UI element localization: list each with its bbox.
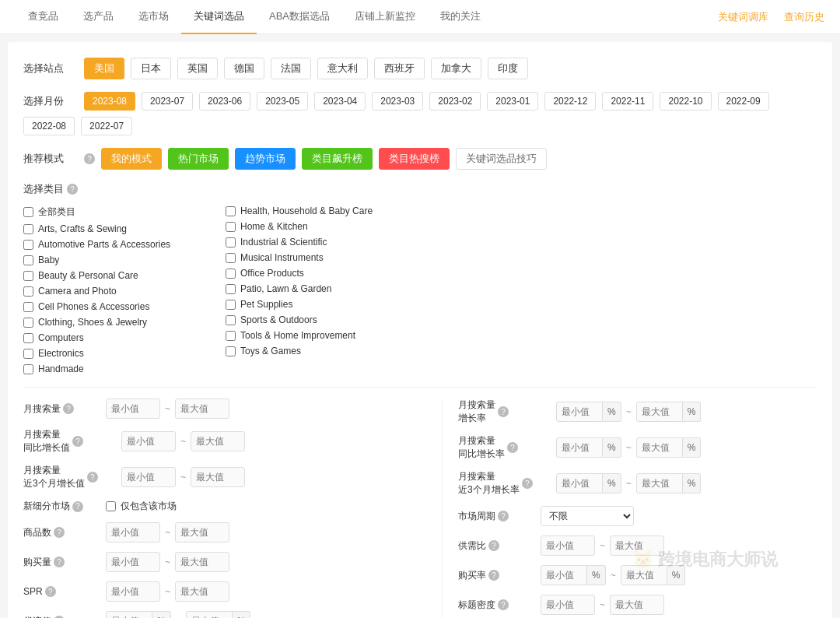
new-segment-checkbox[interactable]: [106, 501, 116, 511]
category-home-checkbox[interactable]: [226, 222, 236, 232]
category-electronics[interactable]: Electronics: [23, 348, 210, 359]
purchase-volume-min[interactable]: [106, 552, 160, 572]
category-health-checkbox[interactable]: [226, 206, 236, 216]
purchase-rate-help[interactable]: ?: [488, 570, 499, 581]
month-btn-202208[interactable]: 2022-08: [23, 117, 75, 135]
supply-demand-min[interactable]: [541, 535, 595, 556]
category-musical[interactable]: Musical Instruments: [226, 252, 412, 263]
3month-growth-min[interactable]: [121, 467, 176, 487]
site-btn-it[interactable]: 意大利: [317, 58, 368, 79]
category-electronics-checkbox[interactable]: [23, 349, 33, 359]
category-industrial[interactable]: Industrial & Scientific: [226, 237, 412, 248]
nav-item-product[interactable]: 选产品: [71, 0, 126, 34]
category-cell-checkbox[interactable]: [23, 302, 33, 312]
site-btn-jp[interactable]: 日本: [131, 58, 171, 79]
category-arts[interactable]: Arts, Crafts & Sewing: [23, 223, 210, 234]
category-baby-checkbox[interactable]: [23, 255, 33, 265]
category-sports-checkbox[interactable]: [226, 315, 236, 325]
category-camera-checkbox[interactable]: [23, 286, 33, 297]
month-btn-202301[interactable]: 2023-01: [487, 92, 538, 111]
product-count-max[interactable]: [175, 522, 229, 543]
month-btn-202209[interactable]: 2022-09: [718, 92, 769, 111]
flow-value-min[interactable]: [106, 611, 152, 618]
category-auto[interactable]: Automotive Parts & Accessories: [23, 239, 210, 250]
nav-item-aba[interactable]: ABA数据选品: [257, 0, 342, 34]
site-btn-es[interactable]: 西班牙: [374, 58, 425, 79]
market-cycle-select[interactable]: 不限 季节性 稳定性 增长型: [541, 506, 634, 526]
monthly-growth-rate-help[interactable]: ?: [498, 406, 509, 417]
category-health[interactable]: Health, Household & Baby Care: [226, 205, 412, 216]
mode-btn-hot-search[interactable]: 类目热搜榜: [379, 148, 450, 170]
month-btn-202305[interactable]: 2023-05: [257, 92, 308, 111]
month-btn-202306[interactable]: 2023-06: [199, 92, 250, 111]
3month-growth-max[interactable]: [191, 467, 245, 487]
site-btn-ca[interactable]: 加拿大: [431, 58, 481, 79]
category-handmade[interactable]: Handmade: [23, 363, 210, 374]
site-btn-in[interactable]: 印度: [488, 58, 528, 79]
month-btn-202304[interactable]: 2023-04: [314, 92, 366, 111]
3month-growth-rate-help[interactable]: ?: [522, 478, 533, 489]
category-home[interactable]: Home & Kitchen: [226, 221, 412, 232]
spr-min[interactable]: [106, 581, 160, 602]
title-density-help[interactable]: ?: [498, 599, 509, 610]
monthly-search-help[interactable]: ?: [63, 403, 74, 414]
category-office-checkbox[interactable]: [226, 269, 236, 279]
nav-item-market[interactable]: 选市场: [126, 0, 181, 34]
title-density-min[interactable]: [541, 595, 595, 615]
category-baby[interactable]: Baby: [23, 255, 210, 265]
month-btn-202302[interactable]: 2023-02: [429, 92, 481, 111]
product-count-min[interactable]: [106, 522, 160, 543]
mode-help-icon[interactable]: ?: [84, 153, 95, 164]
category-all[interactable]: 全部类目: [23, 205, 210, 219]
site-btn-uk[interactable]: 英国: [177, 58, 218, 79]
category-clothing[interactable]: Clothing, Shoes & Jewelry: [23, 317, 210, 328]
purchase-volume-help[interactable]: ?: [54, 557, 65, 567]
3month-growth-rate-max[interactable]: [636, 473, 683, 493]
yoy-growth-rate-max[interactable]: [636, 437, 683, 458]
month-btn-202210[interactable]: 2022-10: [660, 92, 711, 111]
site-btn-us[interactable]: 美国: [84, 58, 124, 79]
nav-item-keyword[interactable]: 关键词选品: [181, 0, 257, 34]
site-btn-de[interactable]: 德国: [224, 58, 264, 79]
yoy-growth-max[interactable]: [191, 431, 245, 451]
3month-growth-help[interactable]: ?: [87, 472, 98, 483]
nav-item-watchlist[interactable]: 我的关注: [428, 0, 493, 34]
category-tools-checkbox[interactable]: [226, 331, 236, 341]
monthly-growth-rate-max[interactable]: [636, 402, 683, 422]
new-segment-help[interactable]: ?: [72, 501, 83, 512]
category-computers[interactable]: Computers: [23, 332, 210, 343]
category-patio-checkbox[interactable]: [226, 284, 236, 294]
mode-btn-trend[interactable]: 趋势市场: [235, 148, 296, 170]
month-btn-202307[interactable]: 2023-07: [142, 92, 193, 111]
month-btn-202303[interactable]: 2023-03: [372, 92, 423, 111]
nav-item-compare[interactable]: 查竞品: [16, 0, 71, 34]
category-office[interactable]: Office Products: [226, 268, 412, 279]
mode-btn-rising[interactable]: 类目飙升榜: [302, 148, 373, 170]
category-arts-checkbox[interactable]: [23, 224, 33, 234]
product-count-help[interactable]: ?: [54, 527, 65, 538]
purchase-rate-min[interactable]: [541, 565, 587, 585]
site-btn-fr[interactable]: 法国: [271, 58, 311, 79]
purchase-rate-max[interactable]: [621, 565, 667, 585]
category-tools[interactable]: Tools & Home Improvement: [226, 330, 412, 341]
yoy-growth-help[interactable]: ?: [72, 436, 83, 447]
category-handmade-checkbox[interactable]: [23, 364, 33, 374]
monthly-search-min[interactable]: [106, 399, 160, 419]
category-patio[interactable]: Patio, Lawn & Garden: [226, 283, 412, 294]
category-toys[interactable]: Toys & Games: [226, 346, 412, 356]
spr-help[interactable]: ?: [45, 586, 56, 597]
spr-max[interactable]: [175, 581, 229, 602]
new-segment-checkbox-label[interactable]: 仅包含该市场: [106, 500, 177, 513]
category-help-icon[interactable]: ?: [67, 184, 78, 195]
category-beauty[interactable]: Beauty & Personal Care: [23, 270, 210, 281]
mode-btn-hot[interactable]: 热门市场: [168, 148, 229, 170]
purchase-volume-max[interactable]: [175, 552, 229, 572]
yoy-growth-min[interactable]: [121, 431, 176, 451]
market-cycle-help[interactable]: ?: [498, 511, 509, 521]
category-industrial-checkbox[interactable]: [226, 237, 236, 248]
nav-keyword-library[interactable]: 关键词调库: [718, 10, 768, 24]
month-btn-202308[interactable]: 2023-08: [84, 92, 135, 111]
3month-growth-rate-min[interactable]: [556, 473, 603, 493]
category-camera[interactable]: Camera and Photo: [23, 286, 210, 297]
yoy-growth-rate-help[interactable]: ?: [507, 442, 518, 453]
